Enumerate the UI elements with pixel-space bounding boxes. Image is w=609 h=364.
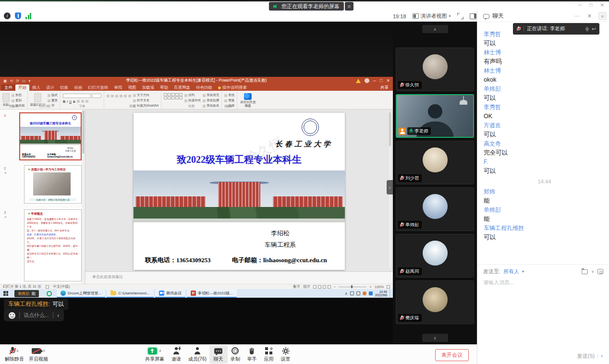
align-left-button[interactable] [120,95,122,97]
tray-app-icon[interactable] [47,291,52,296]
tab-review[interactable]: 审阅 [111,85,125,91]
taskbar-app-explorer[interactable]: C:\Users\lenovo\... [107,289,154,298]
indent-button[interactable] [115,95,118,97]
tab-insert[interactable]: 插入 [29,85,43,91]
align-text-button[interactable]: 对齐文本 [133,98,158,103]
qat-caret-icon[interactable]: ▾ [29,79,31,83]
video-panel-collapse-handle[interactable]: › [387,180,393,194]
participant-tile-xujiuheng[interactable]: 徐久恒 [396,48,474,91]
chat-button[interactable]: 聊天 [209,345,228,364]
tab-help[interactable]: 帮助 [157,85,171,91]
scroll-participants-down-button[interactable]: ∨ [422,334,448,342]
shield-icon[interactable] [15,12,21,19]
notes-button[interactable]: 备注 [293,284,300,289]
send-options-caret-icon[interactable]: ∨ [597,354,603,358]
shape-outline-button[interactable]: 形状轮廓 [203,98,219,103]
find-button[interactable]: 查找 [224,93,234,97]
tray-expand-icon[interactable]: ∧ [345,291,348,296]
tray-color-icon[interactable] [363,291,366,295]
zoom-in-icon[interactable]: + [369,285,371,289]
fullscreen-icon[interactable] [457,13,463,19]
ppt-maximize-icon[interactable]: □ [380,78,382,83]
scroll-participants-up-button[interactable]: ∧ [422,25,448,33]
redo-icon[interactable]: ⟳ [16,79,19,83]
strikethrough-button[interactable]: S [73,100,75,103]
fit-slide-icon[interactable] [387,285,390,289]
volume-tray-icon[interactable] [356,291,360,295]
text-shadow-button[interactable] [77,100,80,103]
tab-features[interactable]: 特色功能 [193,85,215,91]
maximize-icon[interactable]: □ [590,2,593,8]
keyboard-tray-icon[interactable] [350,291,354,295]
view-switcher-icons[interactable] [313,285,331,289]
tab-transitions[interactable]: 切换 [57,85,71,91]
info-icon[interactable]: i [4,12,11,19]
slide-thumbnail-3[interactable]: ✶ 学校概况 创建于1952年，是省属重点工科大学，在校学生 20000余名，有… [24,209,82,281]
chat-more-button[interactable]: ⋯ [572,13,582,19]
ppt-user-avatar[interactable] [365,78,369,83]
send-to-caret-icon[interactable]: ▾ [522,269,524,274]
chat-close-button[interactable]: ✕ [585,13,594,19]
thumbnail-scrollbar[interactable] [82,109,85,284]
quick-chat-input[interactable]: 说点什么... ‹ [4,309,64,321]
participant-tile-fanqingrui[interactable]: 樊庆瑞 [396,280,474,324]
slide-thumbnail-1[interactable]: 致2022级车辆工程专业本科生 李绍松 车辆工程系 [19,112,82,160]
slide-editing-area[interactable]: 徐久恒 徐久恒 长春工业大学 致2022级车辆工程专业本科生 李绍松 [85,109,393,271]
save-icon[interactable]: ▣ [3,79,7,83]
copy-button[interactable]: 复制 [12,98,25,103]
settings-button[interactable]: 设置 [281,347,291,363]
file-caret-icon[interactable]: ∨ [591,269,594,274]
taskbar-app-browser[interactable]: Drcom上网管理登... [57,289,105,298]
send-to-dropdown[interactable]: 所有人 [503,268,519,275]
taskbar-app-powerpoint[interactable]: P 李绍松---致2022级... [187,289,236,298]
spellcheck-icon[interactable] [46,285,49,289]
apps-button[interactable]: 应用 [264,347,274,363]
zoom-slider[interactable] [339,287,366,287]
panel-dock-button[interactable]: ≡ [598,12,607,20]
record-button[interactable]: 录制 [231,347,240,363]
send-file-icon[interactable] [582,269,588,274]
view-mode-dropdown[interactable]: 演讲者视图 ▾ [413,12,451,20]
replace-button[interactable]: 替换 [224,98,234,103]
slide-thumbnail-2[interactable]: ✶ 自我介绍—学习与工作经历 吉林大学 控制工程学院博士后 [24,165,82,204]
taskbar-app-meeting[interactable]: 腾讯会议 [155,289,185,298]
align-center-button[interactable] [124,95,127,97]
participant-tile-shanweipeng[interactable]: 单炜彭 [396,187,474,231]
tab-slideshow[interactable]: 幻灯片放映 [85,85,111,91]
tab-baidu[interactable]: 百度网盘 [171,85,193,91]
tab-view[interactable]: 视图 [125,85,139,91]
send-button[interactable]: 发送(S) ∨ [577,352,603,360]
notes-pane[interactable]: 单击此处添加备注 [85,271,393,284]
italic-button[interactable]: I [67,100,68,103]
share-screen-button[interactable]: ∧ 共享屏幕 [145,347,164,363]
reply-arrow-icon[interactable]: ↩ [592,26,596,32]
numbering-button[interactable] [111,95,114,97]
shape-fill-button[interactable]: 形状填充 [203,93,219,97]
language-indicator[interactable]: 中文(中国) [53,284,70,289]
underline-button[interactable]: U [69,100,72,103]
leave-meeting-button[interactable]: 离开会议 [435,349,469,361]
emoji-icon[interactable] [9,312,15,319]
char-spacing-button[interactable] [81,100,84,103]
ppt-minimize-icon[interactable]: ─ [373,78,376,83]
video-options-caret-icon[interactable]: ∧ [43,349,46,353]
chat-message-input[interactable] [483,279,603,298]
tab-home[interactable]: 开始 [15,85,29,91]
participant-tile-zhaoyutong[interactable]: 赵禹同 [396,234,474,278]
taskbar-clock[interactable]: 14:44 2022/9/6 [375,290,387,297]
network-signal-icon[interactable] [25,13,31,19]
text-direction-button[interactable]: 文字方向 [133,93,158,97]
ppt-share-button[interactable]: 共享 [380,85,393,91]
bold-button[interactable]: B [63,100,65,103]
unmute-button[interactable]: ∧ 解除静音 [5,347,24,363]
tab-addins[interactable]: 加载项 [139,85,158,91]
participant-tile-teacher[interactable]: 李老师 [396,94,474,138]
start-button[interactable] [0,289,12,298]
undo-icon[interactable]: ⟲ [10,79,13,83]
zoom-out-icon[interactable]: − [334,285,336,289]
bullets-button[interactable] [107,95,110,97]
font-name-combo[interactable] [63,94,91,98]
arrange-button[interactable]: 排列 [184,93,201,97]
invite-button[interactable]: 邀请 [171,347,181,363]
slideshow-icon[interactable]: ▭ [22,79,26,83]
